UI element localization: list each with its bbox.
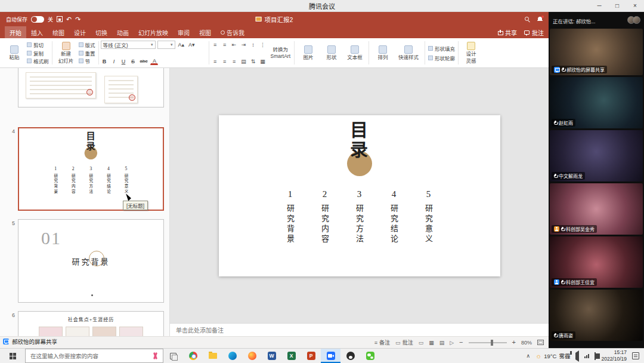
zoom-out-button[interactable]: −: [459, 339, 463, 346]
insert-textbox-button[interactable]: 文本框: [344, 40, 366, 66]
autosave-toggle[interactable]: [31, 16, 44, 23]
shape-outline-button[interactable]: 形状轮廓: [428, 54, 455, 61]
zoom-in-button[interactable]: +: [512, 339, 516, 346]
section-button[interactable]: 节: [79, 57, 95, 64]
bold-button[interactable]: B: [101, 57, 109, 65]
increase-font-button[interactable]: A▴: [177, 41, 186, 49]
taskbar-search-input[interactable]: 在这里输入你要搜索的内容: [25, 349, 163, 363]
screen-share-tile[interactable]: 郝欣怡的屏幕共享: [550, 29, 643, 75]
chrome-app[interactable]: [183, 349, 203, 363]
participant-tile-5[interactable]: 唐雨姿: [550, 290, 643, 341]
participant-tile-4[interactable]: 科创部王佳宜: [550, 236, 643, 288]
align-right-button[interactable]: ≡: [230, 57, 239, 65]
clock[interactable]: 15:17 2022/10/19: [601, 349, 627, 362]
search-icon[interactable]: [525, 17, 530, 22]
format-painter-button[interactable]: 格式刷: [27, 57, 49, 64]
tab-transitions[interactable]: 切换: [91, 26, 112, 38]
reading-view-button[interactable]: ▤: [439, 340, 445, 346]
undo-icon[interactable]: ↶: [66, 16, 72, 23]
align-left-button[interactable]: ≡: [211, 57, 219, 65]
insert-picture-button[interactable]: 图片: [298, 40, 319, 66]
line-spacing-button[interactable]: ↕: [249, 41, 258, 48]
qq-app[interactable]: [340, 349, 360, 363]
text-direction-button[interactable]: ⋮: [259, 41, 267, 48]
edge-app[interactable]: [222, 349, 242, 363]
clear-format-button[interactable]: abc: [139, 57, 149, 65]
layout-button[interactable]: 版式: [79, 41, 95, 48]
task-view-button[interactable]: [163, 349, 183, 363]
network-icon[interactable]: [584, 354, 589, 358]
slide-3-thumbnail[interactable]: [18, 68, 164, 107]
font-color-button[interactable]: A: [150, 58, 158, 65]
excel-app[interactable]: X: [281, 349, 301, 363]
weather-widget[interactable]: ☼ 19°C 雾霾: [535, 352, 570, 360]
file-explorer-app[interactable]: [203, 349, 222, 363]
tab-slideshow[interactable]: 幻灯片放映: [134, 26, 173, 38]
quick-styles-button[interactable]: 快速样式: [395, 40, 422, 66]
italic-button[interactable]: I: [110, 57, 118, 65]
reset-button[interactable]: 重置: [79, 50, 95, 57]
notes-toggle-button[interactable]: ≡备注: [374, 339, 390, 346]
copy-button[interactable]: 复制: [27, 50, 49, 57]
slideshow-button[interactable]: ▷: [450, 340, 454, 346]
tab-animations[interactable]: 动画: [112, 26, 134, 38]
screen-share-indicator[interactable]: 郝欣怡的屏幕共享: [3, 337, 57, 346]
minimize-icon[interactable]: ─: [590, 0, 608, 11]
slide-sorter-view-button[interactable]: ▦: [429, 340, 434, 346]
align-center-button[interactable]: ≡: [221, 57, 229, 65]
grid-button[interactable]: ▦: [259, 57, 267, 65]
comments-button[interactable]: 批注: [524, 28, 544, 37]
insert-shapes-button[interactable]: 形状: [321, 40, 342, 66]
zoom-level[interactable]: 80%: [521, 340, 532, 346]
zoom-slider[interactable]: [469, 342, 507, 343]
font-name-select[interactable]: 等线 (正文)▾: [101, 41, 156, 49]
participant-tile-1[interactable]: 赵虹雨: [550, 77, 643, 128]
close-icon[interactable]: ×: [626, 0, 644, 11]
tab-design[interactable]: 设计: [69, 26, 91, 38]
numbering-button[interactable]: ≡: [221, 41, 229, 48]
convert-smartart-button[interactable]: 转换为 SmartArt: [269, 39, 293, 66]
tab-home[interactable]: 开始: [5, 26, 26, 38]
tencent-meeting-app[interactable]: [321, 349, 340, 363]
align-text-button[interactable]: ⇅: [249, 57, 258, 65]
tab-tellme[interactable]: 告诉我: [216, 26, 249, 38]
slide-6-thumbnail[interactable]: 社会焦点+生涯经历: [18, 311, 164, 336]
participant-tile-2[interactable]: 中文解雨龙: [550, 130, 643, 182]
strikethrough-button[interactable]: S: [129, 57, 137, 65]
design-ideas-button[interactable]: 设计 灵感: [460, 39, 482, 66]
firefox-app[interactable]: [242, 349, 262, 363]
participant-tile-3[interactable]: 科创部吴金秀: [550, 183, 643, 235]
redo-icon[interactable]: ↷: [75, 16, 80, 23]
fit-slide-button[interactable]: [537, 340, 544, 345]
start-button[interactable]: [0, 349, 25, 363]
word-app[interactable]: W: [262, 349, 281, 363]
share-button[interactable]: 共享: [497, 28, 517, 37]
increase-indent-button[interactable]: ⇥: [240, 41, 248, 48]
slide-4-thumbnail[interactable]: 目 录 1研究背景 2研究内容 3研究方法 4研究结论: [18, 127, 164, 211]
notification-bell-icon[interactable]: [537, 17, 543, 22]
wechat-app[interactable]: [360, 349, 380, 363]
tab-view[interactable]: 视图: [194, 26, 216, 38]
columns-button[interactable]: ▤: [240, 57, 248, 65]
font-size-select[interactable]: ▾: [157, 41, 175, 49]
shape-fill-button[interactable]: 形状填充: [428, 45, 455, 52]
comments-toggle-button[interactable]: ▭批注: [395, 339, 413, 346]
paste-button[interactable]: 粘贴: [4, 40, 25, 66]
decrease-font-button[interactable]: A▾: [187, 41, 196, 49]
normal-view-button[interactable]: ▭: [419, 340, 424, 346]
powerpoint-app[interactable]: P: [301, 349, 321, 363]
slide-5-thumbnail[interactable]: 01 研究背景: [18, 219, 164, 303]
tray-expand-icon[interactable]: ∧: [527, 353, 531, 359]
volume-button[interactable]: [575, 353, 579, 359]
current-slide[interactable]: 目 录 1研究背景 2研究内容 3研究方法 4研究结论 5研究意义: [219, 115, 500, 276]
notes-panel[interactable]: 单击此处添加备注: [170, 323, 549, 336]
zoom-slider-thumb[interactable]: [491, 340, 493, 346]
cut-button[interactable]: 剪切: [27, 41, 49, 48]
bullets-button[interactable]: ≡: [211, 41, 219, 48]
tab-insert[interactable]: 插入: [26, 26, 48, 38]
decrease-indent-button[interactable]: ⇤: [230, 41, 239, 48]
tab-review[interactable]: 审阅: [173, 26, 194, 38]
new-slide-button[interactable]: 新建 幻灯片: [55, 40, 77, 66]
slide-thumbnail-panel[interactable]: 4 目 录 1研究背景: [0, 68, 170, 336]
battery-button[interactable]: [595, 353, 596, 359]
